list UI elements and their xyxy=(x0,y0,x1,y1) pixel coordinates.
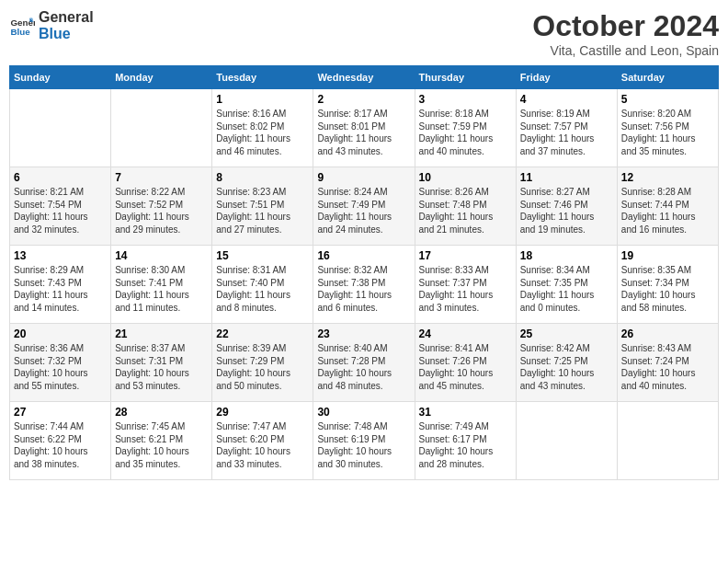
day-number: 7 xyxy=(115,171,208,184)
day-number: 5 xyxy=(621,93,714,106)
day-number: 15 xyxy=(216,249,309,262)
day-number: 16 xyxy=(317,249,410,262)
calendar-cell: 24Sunrise: 8:41 AM Sunset: 7:26 PM Dayli… xyxy=(415,324,516,402)
calendar-cell: 28Sunrise: 7:45 AM Sunset: 6:21 PM Dayli… xyxy=(111,402,212,480)
day-info: Sunrise: 7:45 AM Sunset: 6:21 PM Dayligh… xyxy=(115,420,208,470)
calendar-cell: 1Sunrise: 8:16 AM Sunset: 8:02 PM Daylig… xyxy=(212,89,313,167)
day-info: Sunrise: 8:40 AM Sunset: 7:28 PM Dayligh… xyxy=(317,342,410,392)
day-info: Sunrise: 8:37 AM Sunset: 7:31 PM Dayligh… xyxy=(115,342,208,392)
day-number: 6 xyxy=(14,171,107,184)
day-info: Sunrise: 8:30 AM Sunset: 7:41 PM Dayligh… xyxy=(115,264,208,314)
day-info: Sunrise: 7:49 AM Sunset: 6:17 PM Dayligh… xyxy=(419,420,512,470)
day-info: Sunrise: 8:19 AM Sunset: 7:57 PM Dayligh… xyxy=(520,108,613,157)
day-info: Sunrise: 8:26 AM Sunset: 7:48 PM Dayligh… xyxy=(419,186,512,236)
header-monday: Monday xyxy=(111,66,212,89)
day-number: 30 xyxy=(317,406,410,419)
day-info: Sunrise: 8:18 AM Sunset: 7:59 PM Dayligh… xyxy=(419,108,512,157)
day-number: 19 xyxy=(621,249,714,262)
day-info: Sunrise: 7:47 AM Sunset: 6:20 PM Dayligh… xyxy=(216,420,309,470)
day-number: 28 xyxy=(115,406,208,419)
day-number: 23 xyxy=(317,327,410,340)
day-number: 8 xyxy=(216,171,309,184)
header-wednesday: Wednesday xyxy=(313,66,415,89)
calendar-cell: 22Sunrise: 8:39 AM Sunset: 7:29 PM Dayli… xyxy=(212,324,313,402)
calendar-week-2: 6Sunrise: 8:21 AM Sunset: 7:54 PM Daylig… xyxy=(10,167,719,246)
calendar-cell: 8Sunrise: 8:23 AM Sunset: 7:51 PM Daylig… xyxy=(212,167,313,246)
day-info: Sunrise: 8:24 AM Sunset: 7:49 PM Dayligh… xyxy=(317,186,410,236)
day-number: 20 xyxy=(14,327,107,340)
calendar-cell: 18Sunrise: 8:34 AM Sunset: 7:35 PM Dayli… xyxy=(516,246,617,324)
day-info: Sunrise: 8:29 AM Sunset: 7:43 PM Dayligh… xyxy=(14,264,107,314)
header-thursday: Thursday xyxy=(415,66,516,89)
day-info: Sunrise: 8:28 AM Sunset: 7:44 PM Dayligh… xyxy=(621,186,714,236)
calendar-cell: 4Sunrise: 8:19 AM Sunset: 7:57 PM Daylig… xyxy=(516,89,617,167)
calendar-week-3: 13Sunrise: 8:29 AM Sunset: 7:43 PM Dayli… xyxy=(10,246,719,324)
day-number: 14 xyxy=(115,249,208,262)
day-number: 21 xyxy=(115,327,208,340)
day-number: 3 xyxy=(419,93,512,106)
location-subtitle: Vita, Castille and Leon, Spain xyxy=(532,43,719,58)
day-info: Sunrise: 8:27 AM Sunset: 7:46 PM Dayligh… xyxy=(520,186,613,236)
calendar-cell: 10Sunrise: 8:26 AM Sunset: 7:48 PM Dayli… xyxy=(415,167,516,246)
day-number: 25 xyxy=(520,327,613,340)
calendar-week-5: 27Sunrise: 7:44 AM Sunset: 6:22 PM Dayli… xyxy=(10,402,719,480)
day-info: Sunrise: 8:20 AM Sunset: 7:56 PM Dayligh… xyxy=(621,108,714,157)
calendar-header-row: SundayMondayTuesdayWednesdayThursdayFrid… xyxy=(10,66,719,89)
day-info: Sunrise: 7:44 AM Sunset: 6:22 PM Dayligh… xyxy=(14,420,107,470)
header-tuesday: Tuesday xyxy=(212,66,313,89)
calendar-cell xyxy=(516,402,617,480)
calendar-cell: 26Sunrise: 8:43 AM Sunset: 7:24 PM Dayli… xyxy=(617,324,718,402)
calendar-cell: 14Sunrise: 8:30 AM Sunset: 7:41 PM Dayli… xyxy=(111,246,212,324)
day-info: Sunrise: 8:22 AM Sunset: 7:52 PM Dayligh… xyxy=(115,186,208,236)
month-title: October 2024 xyxy=(532,9,719,43)
logo-general: General xyxy=(39,9,94,26)
calendar-cell: 16Sunrise: 8:32 AM Sunset: 7:38 PM Dayli… xyxy=(313,246,415,324)
calendar-cell: 21Sunrise: 8:37 AM Sunset: 7:31 PM Dayli… xyxy=(111,324,212,402)
calendar-week-4: 20Sunrise: 8:36 AM Sunset: 7:32 PM Dayli… xyxy=(10,324,719,402)
calendar-cell: 27Sunrise: 7:44 AM Sunset: 6:22 PM Dayli… xyxy=(10,402,111,480)
day-info: Sunrise: 8:39 AM Sunset: 7:29 PM Dayligh… xyxy=(216,342,309,392)
calendar-cell: 2Sunrise: 8:17 AM Sunset: 8:01 PM Daylig… xyxy=(313,89,415,167)
header-saturday: Saturday xyxy=(617,66,718,89)
calendar-cell: 25Sunrise: 8:42 AM Sunset: 7:25 PM Dayli… xyxy=(516,324,617,402)
day-number: 26 xyxy=(621,327,714,340)
day-number: 29 xyxy=(216,406,309,419)
day-number: 31 xyxy=(419,406,512,419)
day-info: Sunrise: 8:34 AM Sunset: 7:35 PM Dayligh… xyxy=(520,264,613,314)
calendar-cell: 12Sunrise: 8:28 AM Sunset: 7:44 PM Dayli… xyxy=(617,167,718,246)
svg-text:Blue: Blue xyxy=(10,26,30,36)
day-number: 1 xyxy=(216,93,309,106)
day-number: 12 xyxy=(621,171,714,184)
day-number: 27 xyxy=(14,406,107,419)
day-info: Sunrise: 8:32 AM Sunset: 7:38 PM Dayligh… xyxy=(317,264,410,314)
day-number: 11 xyxy=(520,171,613,184)
day-info: Sunrise: 8:41 AM Sunset: 7:26 PM Dayligh… xyxy=(419,342,512,392)
calendar-cell: 20Sunrise: 8:36 AM Sunset: 7:32 PM Dayli… xyxy=(10,324,111,402)
day-info: Sunrise: 8:36 AM Sunset: 7:32 PM Dayligh… xyxy=(14,342,107,392)
day-number: 22 xyxy=(216,327,309,340)
day-info: Sunrise: 8:35 AM Sunset: 7:34 PM Dayligh… xyxy=(621,264,714,314)
calendar-cell: 15Sunrise: 8:31 AM Sunset: 7:40 PM Dayli… xyxy=(212,246,313,324)
day-info: Sunrise: 8:31 AM Sunset: 7:40 PM Dayligh… xyxy=(216,264,309,314)
calendar-cell: 23Sunrise: 8:40 AM Sunset: 7:28 PM Dayli… xyxy=(313,324,415,402)
calendar-cell: 7Sunrise: 8:22 AM Sunset: 7:52 PM Daylig… xyxy=(111,167,212,246)
calendar-cell: 6Sunrise: 8:21 AM Sunset: 7:54 PM Daylig… xyxy=(10,167,111,246)
day-info: Sunrise: 8:21 AM Sunset: 7:54 PM Dayligh… xyxy=(14,186,107,236)
day-info: Sunrise: 8:23 AM Sunset: 7:51 PM Dayligh… xyxy=(216,186,309,236)
day-number: 2 xyxy=(317,93,410,106)
day-info: Sunrise: 8:42 AM Sunset: 7:25 PM Dayligh… xyxy=(520,342,613,392)
logo: General Blue General Blue xyxy=(9,9,94,41)
calendar-cell: 31Sunrise: 7:49 AM Sunset: 6:17 PM Dayli… xyxy=(415,402,516,480)
calendar-cell: 9Sunrise: 8:24 AM Sunset: 7:49 PM Daylig… xyxy=(313,167,415,246)
day-info: Sunrise: 8:16 AM Sunset: 8:02 PM Dayligh… xyxy=(216,108,309,157)
calendar-cell: 11Sunrise: 8:27 AM Sunset: 7:46 PM Dayli… xyxy=(516,167,617,246)
calendar-cell: 13Sunrise: 8:29 AM Sunset: 7:43 PM Dayli… xyxy=(10,246,111,324)
calendar-cell: 19Sunrise: 8:35 AM Sunset: 7:34 PM Dayli… xyxy=(617,246,718,324)
page-header: General Blue General Blue October 2024 V… xyxy=(9,9,719,58)
calendar-cell xyxy=(111,89,212,167)
day-info: Sunrise: 8:33 AM Sunset: 7:37 PM Dayligh… xyxy=(419,264,512,314)
title-area: October 2024 Vita, Castille and Leon, Sp… xyxy=(532,9,719,58)
calendar-week-1: 1Sunrise: 8:16 AM Sunset: 8:02 PM Daylig… xyxy=(10,89,719,167)
day-info: Sunrise: 8:17 AM Sunset: 8:01 PM Dayligh… xyxy=(317,108,410,157)
day-number: 13 xyxy=(14,249,107,262)
